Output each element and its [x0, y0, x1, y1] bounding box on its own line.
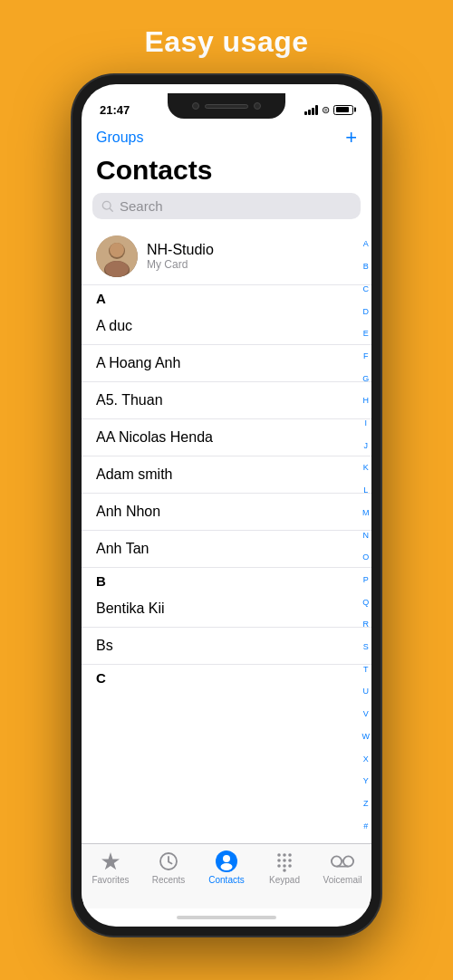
- contact-name: Bs: [96, 638, 113, 654]
- alpha-o[interactable]: O: [362, 553, 369, 562]
- recents-icon: [157, 850, 180, 873]
- alpha-f[interactable]: F: [363, 352, 369, 361]
- alpha-t[interactable]: T: [363, 666, 369, 675]
- contact-item[interactable]: Bentika Kii: [82, 591, 371, 628]
- alpha-u[interactable]: U: [363, 687, 370, 697]
- contacts-list: NH-Studio My Card A A duc A Hoang Anh A5…: [82, 228, 371, 843]
- alpha-p[interactable]: P: [363, 576, 369, 585]
- contacts-icon: [215, 850, 238, 873]
- svg-point-22: [343, 856, 353, 866]
- svg-line-1: [110, 208, 112, 211]
- alpha-d[interactable]: D: [363, 308, 370, 317]
- alpha-a[interactable]: A: [363, 240, 369, 249]
- svg-point-18: [283, 864, 286, 868]
- alpha-v[interactable]: V: [363, 710, 369, 719]
- svg-point-21: [332, 856, 342, 866]
- alpha-r[interactable]: R: [363, 620, 370, 629]
- tab-voicemail[interactable]: Voicemail: [313, 850, 371, 885]
- contact-name: AA Nicolas Henda: [96, 429, 213, 446]
- svg-point-11: [277, 853, 281, 857]
- phone-screen: 21:47 ⊜: [82, 84, 371, 927]
- battery-icon: [333, 105, 353, 115]
- voicemail-icon: [331, 850, 354, 873]
- alphabet-index: A B C D E F G H I J K L M N O P Q: [362, 228, 371, 843]
- tab-favorites[interactable]: Favorites: [82, 850, 140, 885]
- keypad-icon: [273, 850, 296, 873]
- sensor-dot: [254, 102, 261, 110]
- contact-item[interactable]: Anh Nhon: [82, 494, 371, 531]
- svg-point-14: [277, 859, 281, 862]
- phone-notch: [168, 93, 285, 119]
- alpha-n[interactable]: N: [363, 532, 370, 541]
- status-icons: ⊜: [304, 104, 353, 116]
- svg-point-16: [288, 859, 292, 862]
- home-indicator: [82, 908, 371, 927]
- alpha-e[interactable]: E: [363, 330, 369, 339]
- alpha-k[interactable]: K: [363, 464, 369, 473]
- svg-point-9: [223, 855, 230, 862]
- contact-name: A Hoang Anh: [96, 355, 180, 371]
- tab-keypad-label: Keypad: [269, 875, 300, 885]
- groups-button[interactable]: Groups: [96, 130, 143, 146]
- svg-point-6: [105, 261, 129, 277]
- contact-item[interactable]: Anh Tan: [82, 531, 371, 568]
- contact-name: A duc: [96, 318, 132, 334]
- my-card[interactable]: NH-Studio My Card: [82, 228, 371, 285]
- contact-item-adam-smith[interactable]: Adam smith: [82, 456, 371, 494]
- alpha-j[interactable]: J: [364, 442, 369, 451]
- section-header-b: B: [82, 568, 371, 591]
- favorites-icon: [99, 850, 122, 873]
- alpha-g[interactable]: G: [362, 375, 369, 384]
- alpha-hash[interactable]: #: [363, 822, 368, 831]
- alpha-m[interactable]: M: [362, 509, 370, 518]
- alpha-q[interactable]: Q: [362, 599, 369, 608]
- contact-name: Anh Nhon: [96, 504, 160, 520]
- contacts-scroll[interactable]: NH-Studio My Card A A duc A Hoang Anh A5…: [82, 228, 371, 843]
- alpha-l[interactable]: L: [363, 486, 368, 495]
- tab-favorites-label: Favorites: [92, 875, 129, 885]
- navigation-bar: Groups +: [82, 124, 371, 153]
- my-card-name: NH-Studio: [147, 242, 214, 258]
- phone-outer: 21:47 ⊜: [72, 75, 381, 936]
- search-container: Search: [82, 193, 371, 228]
- search-placeholder: Search: [120, 198, 163, 214]
- alpha-x[interactable]: X: [363, 755, 369, 764]
- phone-mockup: 21:47 ⊜: [72, 75, 381, 936]
- alpha-h[interactable]: H: [363, 397, 370, 406]
- contact-item[interactable]: Bs: [82, 628, 371, 665]
- alpha-y[interactable]: Y: [363, 777, 369, 786]
- svg-point-5: [110, 243, 124, 257]
- alpha-w[interactable]: W: [362, 733, 371, 742]
- svg-point-12: [283, 853, 286, 857]
- tab-recents[interactable]: Recents: [140, 850, 198, 885]
- svg-point-20: [283, 869, 286, 872]
- avatar: [96, 235, 138, 277]
- wifi-icon: ⊜: [322, 104, 330, 116]
- tab-recents-label: Recents: [152, 875, 186, 885]
- alpha-b[interactable]: B: [363, 263, 369, 272]
- svg-point-17: [277, 864, 281, 868]
- my-card-info: NH-Studio My Card: [147, 242, 214, 271]
- alpha-s[interactable]: S: [363, 643, 369, 652]
- tab-keypad[interactable]: Keypad: [255, 850, 313, 885]
- camera-dot: [192, 102, 199, 110]
- speaker: [205, 104, 248, 109]
- tab-contacts[interactable]: Contacts: [198, 850, 255, 885]
- contact-name: Anh Tan: [96, 541, 149, 557]
- add-contact-button[interactable]: +: [345, 128, 357, 148]
- search-bar[interactable]: Search: [92, 193, 361, 219]
- tab-bar: Favorites Recents: [82, 843, 371, 908]
- contact-name: Bentika Kii: [96, 600, 165, 617]
- alpha-i[interactable]: I: [364, 419, 367, 428]
- contact-item[interactable]: A5. Thuan: [82, 382, 371, 419]
- svg-point-15: [283, 859, 286, 862]
- contact-item[interactable]: A duc: [82, 308, 371, 345]
- contact-item[interactable]: AA Nicolas Henda: [82, 419, 371, 456]
- alpha-c[interactable]: C: [363, 285, 370, 294]
- svg-point-10: [221, 863, 233, 870]
- alpha-z[interactable]: Z: [363, 800, 369, 809]
- section-header-a: A: [82, 285, 371, 308]
- search-icon: [101, 200, 114, 213]
- tab-contacts-label: Contacts: [208, 875, 244, 885]
- contact-item[interactable]: A Hoang Anh: [82, 345, 371, 382]
